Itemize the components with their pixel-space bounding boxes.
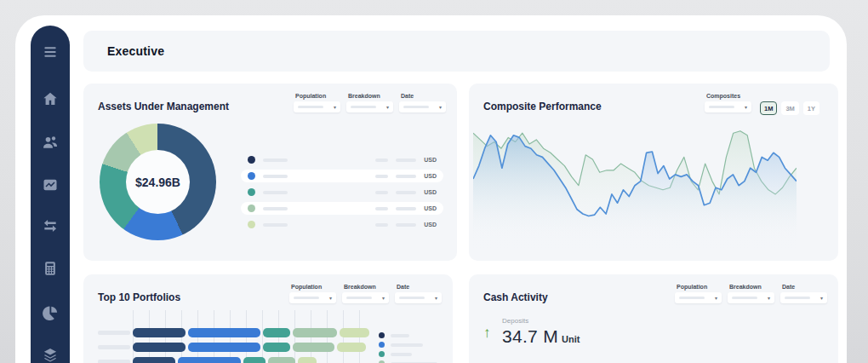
legend-values: USD	[375, 222, 437, 228]
select-placeholder-skeleton	[294, 297, 319, 299]
portfolio-stacked-bar	[133, 357, 317, 363]
select-placeholder-skeleton	[403, 106, 429, 108]
filter-label: Date	[401, 93, 446, 99]
portfolio-bar-row	[98, 357, 317, 363]
portfolio-bar-row	[98, 328, 369, 337]
legend-value-skeleton	[396, 207, 416, 210]
legend-value-skeleton	[375, 191, 388, 194]
portfolio-stacked-bar	[133, 343, 366, 352]
nav-transfers[interactable]	[42, 217, 59, 234]
filter-label: Breakdown	[344, 284, 389, 290]
legend-value-skeleton	[396, 191, 416, 194]
filter-label: Date	[782, 284, 827, 290]
filter-label: Breakdown	[348, 93, 393, 99]
legend-name-skeleton	[391, 353, 412, 356]
filter-label: Population	[291, 284, 336, 290]
menu-button[interactable]	[42, 43, 59, 60]
bar-segment	[133, 343, 186, 352]
legend-name-skeleton	[391, 343, 423, 347]
bar-segment	[188, 343, 260, 352]
aum-filters: Population▾Breakdown▾Date▾	[294, 93, 446, 112]
aum-card-title: Assets Under Management	[98, 101, 229, 112]
deposits-metric: ↑ Deposits 34.7 M Unit	[483, 317, 580, 347]
chevron-down-icon: ▾	[435, 296, 437, 301]
portfolios-filters: Population▾Breakdown▾Date▾	[289, 284, 442, 303]
deposits-label: Deposits	[502, 317, 580, 325]
bar-segment	[268, 357, 295, 363]
select-placeholder-skeleton	[732, 297, 757, 299]
date-select[interactable]: ▾	[780, 292, 827, 303]
layers-icon	[42, 347, 59, 363]
portfolio-stacked-bar	[133, 328, 369, 337]
breakdown-select[interactable]: ▾	[728, 292, 774, 303]
aum-legend: USDUSDUSDUSDUSD	[241, 153, 443, 234]
legend-dot	[248, 172, 255, 180]
legend-values: USD	[375, 189, 437, 195]
date-select[interactable]: ▾	[399, 101, 446, 112]
bar-segment	[133, 357, 175, 363]
date-select[interactable]: ▾	[395, 292, 442, 303]
legend-values: USD	[375, 205, 437, 211]
filter-label: Composites	[706, 93, 751, 99]
range-1m-button[interactable]: 1M	[760, 101, 777, 115]
bar-segment	[293, 328, 337, 337]
aum-legend-row: USD	[241, 218, 443, 231]
home-icon	[42, 90, 59, 107]
nav-home[interactable]	[42, 90, 59, 107]
select-placeholder-skeleton	[346, 297, 372, 299]
nav-performance[interactable]	[42, 176, 59, 193]
bar-segment	[263, 343, 290, 352]
filter-label: Population	[677, 284, 722, 290]
filter-breakdown: Breakdown▾	[346, 93, 393, 112]
range-3m-button[interactable]: 3M	[781, 101, 798, 115]
allocation-icon	[42, 305, 59, 322]
portfolios-legend-item	[379, 332, 437, 338]
currency-label: USD	[424, 205, 437, 211]
breakdown-select[interactable]: ▾	[346, 101, 393, 112]
bar-segment	[340, 328, 369, 337]
population-select[interactable]: ▾	[289, 292, 336, 303]
select-placeholder-skeleton	[351, 106, 376, 108]
population-select[interactable]: ▾	[294, 101, 340, 112]
composite-performance-card: Composite Performance Composites▾ 1M3M1Y	[469, 84, 838, 261]
legend-dot	[248, 156, 255, 164]
composites-select[interactable]: ▾	[705, 101, 751, 112]
legend-name-skeleton	[391, 334, 409, 337]
nav-allocation[interactable]	[42, 305, 59, 322]
range-1y-button[interactable]: 1Y	[803, 101, 819, 115]
currency-label: USD	[424, 222, 437, 228]
cash-filters: Population▾Breakdown▾Date▾	[675, 284, 827, 303]
sidebar	[31, 26, 70, 363]
population-select[interactable]: ▾	[675, 292, 722, 303]
bar-segment	[298, 357, 317, 363]
chevron-down-icon: ▾	[715, 296, 717, 301]
legend-value-skeleton	[375, 158, 388, 162]
aum-donut-chart: $24.96B	[100, 124, 216, 240]
legend-value-skeleton	[375, 207, 388, 210]
legend-dot	[248, 188, 255, 196]
select-placeholder-skeleton	[298, 106, 323, 108]
aum-donut-center: $24.96B	[126, 150, 190, 214]
menu-icon	[42, 43, 59, 60]
aum-total-value: $24.96B	[135, 176, 180, 189]
bar-segment	[263, 328, 290, 337]
bar-segment	[188, 328, 260, 337]
legend-name-skeleton	[263, 175, 288, 178]
currency-label: USD	[424, 189, 437, 195]
filter-composites: Composites▾	[705, 93, 751, 112]
nav-calculator[interactable]	[42, 260, 59, 277]
legend-value-skeleton	[396, 223, 416, 227]
chevron-down-icon: ▾	[386, 105, 389, 110]
composite-card-title: Composite Performance	[483, 101, 602, 112]
bar-segment	[337, 343, 366, 352]
page-header: Executive	[83, 31, 830, 72]
select-placeholder-skeleton	[399, 297, 425, 299]
transfers-icon	[42, 217, 59, 234]
deposits-value: 34.7 M	[502, 326, 558, 347]
portfolio-name-skeleton	[98, 331, 130, 335]
top10-portfolios-card: Top 10 Portfolios Population▾Breakdown▾D…	[83, 274, 453, 363]
breakdown-select[interactable]: ▾	[342, 292, 389, 303]
filter-date: Date▾	[399, 93, 446, 112]
nav-clients[interactable]	[42, 134, 59, 151]
nav-layers[interactable]	[42, 347, 59, 363]
